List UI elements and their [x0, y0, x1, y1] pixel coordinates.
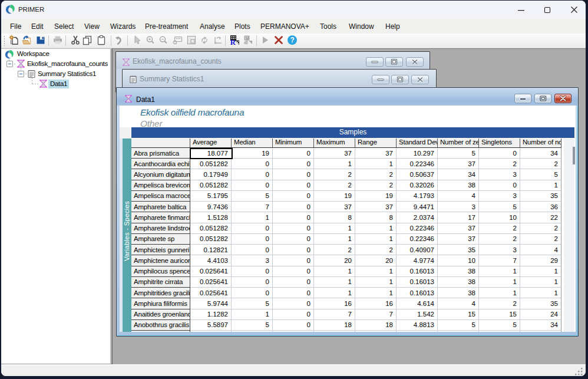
svg-text:?: ? — [290, 36, 295, 44]
svg-text:R: R — [230, 38, 236, 45]
